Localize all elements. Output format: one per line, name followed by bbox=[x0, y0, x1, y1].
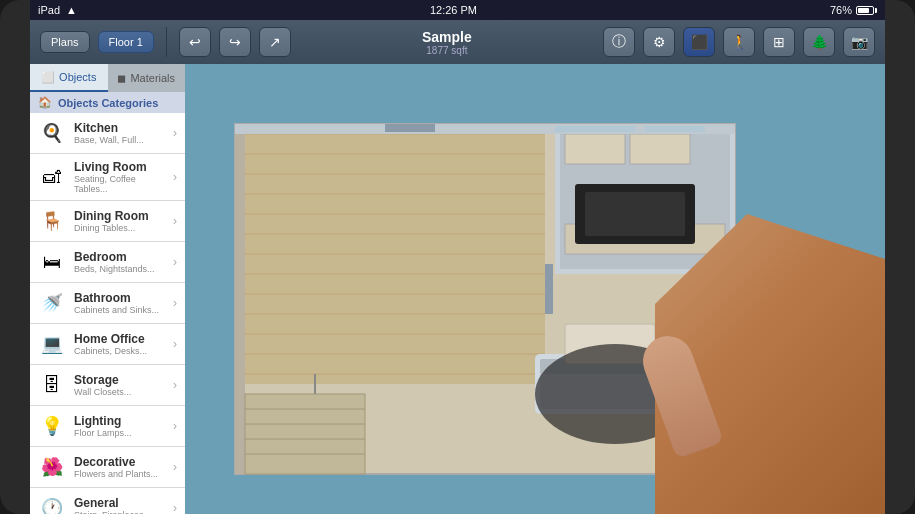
floorplan-icon: ⊞ bbox=[773, 34, 785, 50]
tab-materials[interactable]: ◼ Materials bbox=[108, 64, 186, 92]
category-text-bedroom: Bedroom Beds, Nightstands... bbox=[74, 250, 165, 274]
svg-rect-30 bbox=[235, 124, 245, 474]
project-title: Sample bbox=[299, 29, 595, 45]
materials-tab-label: Materials bbox=[130, 72, 175, 84]
battery-icon bbox=[856, 6, 877, 15]
status-time: 12:26 PM bbox=[430, 4, 477, 16]
wifi-icon: ▲ bbox=[66, 4, 77, 16]
categories-header-icon: 🏠 bbox=[38, 96, 52, 109]
info-icon: ⓘ bbox=[612, 33, 626, 51]
svg-rect-33 bbox=[545, 264, 553, 314]
settings-button[interactable]: ⚙ bbox=[643, 27, 675, 57]
status-bar: iPad ▲ 12:26 PM 76% bbox=[30, 0, 885, 20]
category-name-storage: Storage bbox=[74, 373, 165, 387]
category-item-general[interactable]: 🕐 General Stairs, Fireplaces... › bbox=[30, 488, 185, 514]
category-arrow-storage: › bbox=[173, 378, 177, 392]
category-item-bathroom[interactable]: 🚿 Bathroom Cabinets and Sinks... › bbox=[30, 283, 185, 324]
category-arrow-living-room: › bbox=[173, 170, 177, 184]
person-icon: 🚶 bbox=[731, 34, 748, 50]
camera-icon: 📷 bbox=[851, 34, 868, 50]
toolbar-separator-1 bbox=[166, 27, 167, 57]
category-icon-living-room: 🛋 bbox=[38, 163, 66, 191]
status-left: iPad ▲ bbox=[38, 4, 77, 16]
left-panel: ⬜ Objects ◼ Materials 🏠 Objects Categori… bbox=[30, 64, 185, 514]
tree-icon: 🌲 bbox=[811, 34, 828, 50]
toolbar-title-area: Sample 1877 sqft bbox=[299, 29, 595, 56]
3d-view-button[interactable]: ⬛ bbox=[683, 27, 715, 57]
settings-icon: ⚙ bbox=[653, 34, 666, 50]
tree-button[interactable]: 🌲 bbox=[803, 27, 835, 57]
svg-rect-22 bbox=[585, 192, 685, 236]
plans-button[interactable]: Plans bbox=[40, 31, 90, 53]
panel-tabs: ⬜ Objects ◼ Materials bbox=[30, 64, 185, 92]
category-icon-general: 🕐 bbox=[38, 494, 66, 514]
category-sub-dining-room: Dining Tables... bbox=[74, 223, 165, 233]
category-text-general: General Stairs, Fireplaces... bbox=[74, 496, 165, 514]
category-text-storage: Storage Wall Closets... bbox=[74, 373, 165, 397]
category-arrow-home-office: › bbox=[173, 337, 177, 351]
category-name-dining-room: Dining Room bbox=[74, 209, 165, 223]
category-item-dining-room[interactable]: 🪑 Dining Room Dining Tables... › bbox=[30, 201, 185, 242]
category-list: 🍳 Kitchen Base, Wall, Full... › 🛋 Living… bbox=[30, 113, 185, 514]
category-icon-kitchen: 🍳 bbox=[38, 119, 66, 147]
device-label: iPad bbox=[38, 4, 60, 16]
info-button[interactable]: ⓘ bbox=[603, 27, 635, 57]
category-arrow-lighting: › bbox=[173, 419, 177, 433]
category-name-home-office: Home Office bbox=[74, 332, 165, 346]
category-icon-bathroom: 🚿 bbox=[38, 289, 66, 317]
category-arrow-kitchen: › bbox=[173, 126, 177, 140]
status-right: 76% bbox=[830, 4, 877, 16]
3d-view[interactable] bbox=[185, 64, 885, 514]
category-item-home-office[interactable]: 💻 Home Office Cabinets, Desks... › bbox=[30, 324, 185, 365]
ipad-frame: iPad ▲ 12:26 PM 76% Plans Floor 1 ↩ ↪ bbox=[0, 0, 915, 514]
redo-button[interactable]: ↪ bbox=[219, 27, 251, 57]
svg-rect-35 bbox=[645, 126, 705, 132]
category-sub-lighting: Floor Lamps... bbox=[74, 428, 165, 438]
category-name-living-room: Living Room bbox=[74, 160, 165, 174]
person-view-button[interactable]: 🚶 bbox=[723, 27, 755, 57]
floorplan-button[interactable]: ⊞ bbox=[763, 27, 795, 57]
category-sub-bedroom: Beds, Nightstands... bbox=[74, 264, 165, 274]
materials-tab-icon: ◼ bbox=[117, 72, 126, 85]
objects-tab-label: Objects bbox=[59, 71, 96, 83]
category-sub-general: Stairs, Fireplaces... bbox=[74, 510, 165, 514]
category-item-living-room[interactable]: 🛋 Living Room Seating, Coffee Tables... … bbox=[30, 154, 185, 201]
svg-rect-34 bbox=[555, 126, 635, 132]
tab-objects[interactable]: ⬜ Objects bbox=[30, 64, 108, 92]
camera-button[interactable]: 📷 bbox=[843, 27, 875, 57]
category-item-bedroom[interactable]: 🛏 Bedroom Beds, Nightstands... › bbox=[30, 242, 185, 283]
project-size: 1877 sqft bbox=[299, 45, 595, 56]
category-sub-living-room: Seating, Coffee Tables... bbox=[74, 174, 165, 194]
category-icon-lighting: 💡 bbox=[38, 412, 66, 440]
category-item-decorative[interactable]: 🌺 Decorative Flowers and Plants... › bbox=[30, 447, 185, 488]
category-item-kitchen[interactable]: 🍳 Kitchen Base, Wall, Full... › bbox=[30, 113, 185, 154]
category-text-home-office: Home Office Cabinets, Desks... bbox=[74, 332, 165, 356]
toolbar: Plans Floor 1 ↩ ↪ ↗ Sample 1877 sqft ⓘ ⚙ bbox=[30, 20, 885, 64]
category-text-dining-room: Dining Room Dining Tables... bbox=[74, 209, 165, 233]
category-sub-bathroom: Cabinets and Sinks... bbox=[74, 305, 165, 315]
floor-button[interactable]: Floor 1 bbox=[98, 31, 154, 53]
category-text-living-room: Living Room Seating, Coffee Tables... bbox=[74, 160, 165, 194]
svg-rect-36 bbox=[245, 394, 365, 474]
category-arrow-decorative: › bbox=[173, 460, 177, 474]
category-icon-home-office: 💻 bbox=[38, 330, 66, 358]
category-icon-dining-room: 🪑 bbox=[38, 207, 66, 235]
category-icon-bedroom: 🛏 bbox=[38, 248, 66, 276]
share-button[interactable]: ↗ bbox=[259, 27, 291, 57]
category-sub-storage: Wall Closets... bbox=[74, 387, 165, 397]
battery-label: 76% bbox=[830, 4, 852, 16]
category-arrow-bedroom: › bbox=[173, 255, 177, 269]
redo-icon: ↪ bbox=[229, 34, 241, 50]
svg-rect-2 bbox=[245, 134, 545, 384]
category-text-lighting: Lighting Floor Lamps... bbox=[74, 414, 165, 438]
undo-button[interactable]: ↩ bbox=[179, 27, 211, 57]
category-name-bathroom: Bathroom bbox=[74, 291, 165, 305]
categories-header-label: Objects Categories bbox=[58, 97, 158, 109]
svg-rect-18 bbox=[565, 134, 625, 164]
category-item-lighting[interactable]: 💡 Lighting Floor Lamps... › bbox=[30, 406, 185, 447]
category-item-storage[interactable]: 🗄 Storage Wall Closets... › bbox=[30, 365, 185, 406]
undo-icon: ↩ bbox=[189, 34, 201, 50]
category-name-decorative: Decorative bbox=[74, 455, 165, 469]
svg-rect-19 bbox=[630, 134, 690, 164]
category-arrow-general: › bbox=[173, 501, 177, 514]
